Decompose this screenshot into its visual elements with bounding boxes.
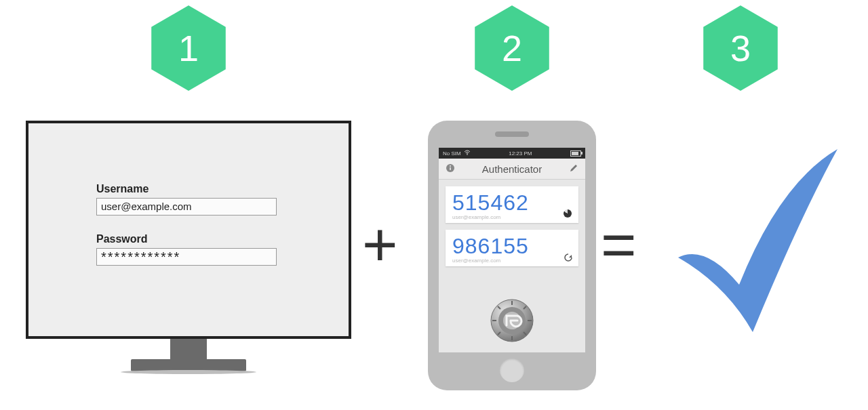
svg-point-6 — [450, 165, 451, 167]
statusbar-carrier: No SIM — [443, 150, 461, 157]
app-header: Authenticator — [439, 159, 585, 180]
statusbar-time: 12:23 PM — [509, 150, 532, 157]
svg-rect-5 — [450, 167, 451, 170]
step-badge-3: 3 — [703, 5, 778, 91]
phone-home-button[interactable] — [500, 358, 524, 382]
password-input[interactable]: ************ — [96, 248, 277, 266]
step-number-2: 2 — [502, 27, 522, 69]
otp-code-value: 986155 — [452, 234, 572, 259]
plus-operator: + — [362, 210, 398, 280]
otp-code-card[interactable]: 515462 user@example.com — [446, 186, 578, 223]
monitor-shadow — [121, 370, 256, 374]
desktop-monitor: Username user@example.com Password *****… — [26, 121, 351, 374]
edit-icon[interactable] — [569, 163, 578, 175]
step-number-1: 1 — [178, 27, 199, 69]
refresh-icon[interactable] — [564, 253, 573, 262]
info-icon[interactable] — [446, 163, 455, 175]
wifi-icon — [464, 150, 471, 157]
app-title: Authenticator — [455, 163, 569, 175]
monitor-screen: Username user@example.com Password *****… — [26, 121, 351, 339]
step-number-3: 3 — [730, 27, 751, 69]
phone-screen: No SIM 12:23 PM Authenticator — [439, 148, 585, 352]
two-factor-auth-diagram: 1 2 3 Username user@example.com Password… — [0, 0, 868, 410]
battery-icon — [570, 150, 581, 157]
svg-point-3 — [467, 154, 468, 155]
success-checkmark-icon — [665, 142, 848, 339]
authenticator-logo-icon — [490, 298, 534, 343]
timer-pie-icon — [564, 209, 573, 219]
otp-code-card[interactable]: 986155 user@example.com — [446, 230, 578, 266]
step-badge-1: 1 — [151, 5, 226, 91]
login-form: Username user@example.com Password *****… — [96, 183, 279, 283]
username-label: Username — [96, 183, 279, 195]
username-input[interactable]: user@example.com — [96, 198, 277, 216]
smartphone: No SIM 12:23 PM Authenticator — [428, 121, 596, 390]
phone-statusbar: No SIM 12:23 PM — [439, 148, 585, 159]
phone-speaker — [495, 131, 529, 137]
equals-operator: = — [601, 210, 637, 280]
password-label: Password — [96, 233, 279, 245]
otp-code-value: 515462 — [452, 190, 572, 216]
step-badge-2: 2 — [475, 5, 549, 91]
monitor-neck — [170, 339, 207, 359]
